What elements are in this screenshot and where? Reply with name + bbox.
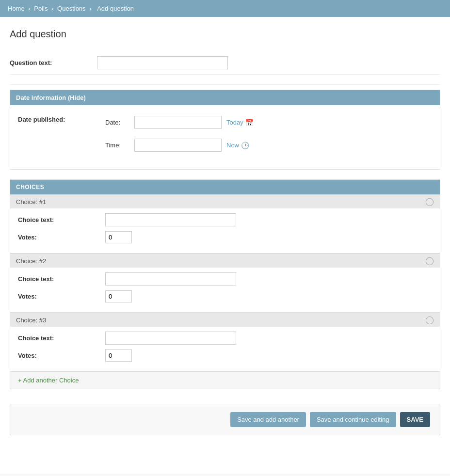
breadcrumb-sep-2: › bbox=[51, 5, 53, 12]
date-field-label: Date: bbox=[105, 119, 134, 126]
choice-1-votes-label: Votes: bbox=[18, 234, 105, 241]
choice-2-title: Choice: #2 bbox=[16, 257, 46, 265]
add-another-section: + Add another Choice bbox=[10, 372, 440, 389]
choice-1: Choice: #1 ◯ Choice text: Votes: bbox=[10, 194, 440, 254]
choice-3-votes-input[interactable] bbox=[105, 349, 132, 362]
breadcrumb-home[interactable]: Home bbox=[8, 5, 25, 12]
form-footer: Save and add another Save and continue e… bbox=[10, 404, 440, 435]
choice-2-text-row: Choice text: bbox=[18, 272, 432, 286]
page-title: Add question bbox=[10, 29, 440, 40]
choice-1-remove-button[interactable]: ◯ bbox=[425, 198, 434, 206]
date-published-label: Date published: bbox=[18, 116, 105, 123]
choice-1-votes-row: Votes: bbox=[18, 231, 432, 243]
breadcrumb-questions[interactable]: Questions bbox=[57, 5, 86, 12]
choice-2: Choice: #2 ◯ Choice text: Votes: bbox=[10, 254, 440, 313]
now-link[interactable]: Now bbox=[226, 142, 239, 149]
date-section-content: Date published: Date: Today 📅 Time: Now bbox=[10, 105, 440, 169]
choice-3-title-row: Choice: #3 ◯ bbox=[10, 313, 440, 327]
question-text-label: Question text: bbox=[10, 56, 97, 66]
choice-3-text-label: Choice text: bbox=[18, 334, 105, 342]
choice-2-title-row: Choice: #2 ◯ bbox=[10, 254, 440, 268]
choice-3-votes-label: Votes: bbox=[18, 352, 105, 359]
breadcrumb-sep-3: › bbox=[89, 5, 91, 12]
breadcrumb-current: Add question bbox=[97, 5, 134, 12]
time-row: Time: Now 🕐 bbox=[105, 139, 254, 152]
choice-1-text-input[interactable] bbox=[105, 213, 236, 226]
question-text-field bbox=[97, 56, 440, 69]
question-text-section: Question text: bbox=[10, 51, 440, 75]
choice-2-votes-label: Votes: bbox=[18, 293, 105, 300]
date-section: Date information (Hide) Date published: … bbox=[10, 90, 440, 170]
time-input[interactable] bbox=[134, 139, 222, 152]
choice-1-text-label: Choice text: bbox=[18, 216, 105, 223]
date-input[interactable] bbox=[134, 116, 222, 129]
today-link[interactable]: Today bbox=[226, 119, 243, 126]
clock-icon[interactable]: 🕐 bbox=[241, 142, 249, 149]
choice-3-votes-row: Votes: bbox=[18, 349, 432, 362]
question-text-row: Question text: bbox=[10, 51, 440, 75]
choice-3-text-input[interactable] bbox=[105, 332, 236, 345]
choices-header: CHOICES bbox=[10, 180, 440, 194]
time-field-label: Time: bbox=[105, 142, 134, 149]
date-fields-group: Date: Today 📅 Time: Now 🕐 bbox=[105, 116, 254, 157]
breadcrumb-bar: Home › Polls › Questions › Add question bbox=[0, 0, 450, 17]
choice-2-remove-button[interactable]: ◯ bbox=[425, 257, 434, 265]
save-button[interactable]: SAVE bbox=[400, 412, 430, 427]
choice-3-fields: Choice text: Votes: bbox=[10, 327, 440, 371]
choice-2-votes-spinner bbox=[105, 290, 132, 302]
main-content: Add question Question text: Date informa… bbox=[0, 17, 450, 474]
choice-2-fields: Choice text: Votes: bbox=[10, 268, 440, 312]
breadcrumb-polls[interactable]: Polls bbox=[34, 5, 48, 12]
question-text-input[interactable] bbox=[97, 56, 228, 69]
calendar-icon[interactable]: 📅 bbox=[245, 119, 254, 127]
choice-1-fields: Choice text: Votes: bbox=[10, 208, 440, 253]
choice-2-text-input[interactable] bbox=[105, 272, 236, 286]
choice-1-text-row: Choice text: bbox=[18, 213, 432, 226]
choice-3-text-row: Choice text: bbox=[18, 332, 432, 345]
choice-2-votes-input[interactable] bbox=[105, 290, 132, 302]
choice-1-title-row: Choice: #1 ◯ bbox=[10, 194, 440, 208]
choices-section: CHOICES Choice: #1 ◯ Choice text: Votes: bbox=[10, 179, 440, 389]
add-another-choice-button[interactable]: + Add another Choice bbox=[18, 377, 79, 384]
choice-1-votes-spinner bbox=[105, 231, 132, 243]
divider-1 bbox=[10, 84, 440, 85]
date-section-header[interactable]: Date information (Hide) bbox=[10, 90, 440, 105]
choice-2-text-label: Choice text: bbox=[18, 275, 105, 283]
save-add-another-button[interactable]: Save and add another bbox=[230, 412, 306, 427]
choice-3-remove-button[interactable]: ◯ bbox=[425, 316, 434, 324]
choice-3-votes-spinner bbox=[105, 349, 132, 362]
save-continue-button[interactable]: Save and continue editing bbox=[310, 412, 396, 427]
choice-1-title: Choice: #1 bbox=[16, 198, 46, 206]
choice-3: Choice: #3 ◯ Choice text: Votes: bbox=[10, 313, 440, 372]
choice-2-votes-row: Votes: bbox=[18, 290, 432, 302]
breadcrumb-sep-1: › bbox=[28, 5, 30, 12]
choice-3-title: Choice: #3 bbox=[16, 317, 46, 324]
date-published-row: Date published: Date: Today 📅 Time: Now bbox=[18, 111, 432, 161]
date-row: Date: Today 📅 bbox=[105, 116, 254, 129]
choice-1-votes-input[interactable] bbox=[105, 231, 132, 243]
